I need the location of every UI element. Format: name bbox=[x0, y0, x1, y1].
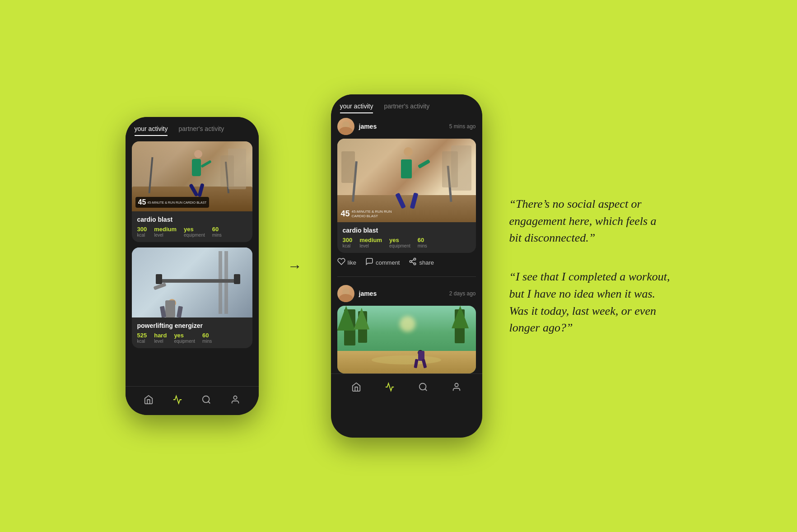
stat-kcal-value-right: 300 bbox=[343, 237, 353, 243]
stat-mins-label-right: mins bbox=[418, 243, 427, 248]
like-label: like bbox=[348, 259, 357, 266]
social-actions-post-1: like comment share bbox=[331, 253, 482, 273]
share-label: share bbox=[419, 259, 434, 266]
stat-equipment-right: yes equipment bbox=[389, 237, 410, 248]
comment-button[interactable]: comment bbox=[365, 257, 400, 267]
comment-label: comment bbox=[376, 259, 400, 266]
stat-equipment-value-right: yes bbox=[389, 237, 410, 243]
stat-level-label-right: level bbox=[359, 243, 382, 248]
phone-right-inner: your activity partner's activity james 5… bbox=[331, 94, 482, 438]
svg-point-8 bbox=[419, 383, 426, 390]
workout-card-cardio-left[interactable]: 45 45-MINUTE & RUN RUN CARDIO BLAST card… bbox=[132, 141, 252, 242]
nav-home-right[interactable] bbox=[351, 382, 361, 395]
post-1-username: james bbox=[359, 123, 377, 130]
content-row: your activity partner's activity bbox=[107, 76, 690, 456]
tab-your-activity-right[interactable]: your activity bbox=[340, 103, 373, 113]
stat-kcal-right: 300 kcal bbox=[343, 237, 353, 248]
tab-partner-activity-right[interactable]: partner's activity bbox=[384, 103, 429, 113]
card-stats-powerlifting-left: 525 kcal hard level yes equipment bbox=[137, 332, 247, 344]
tabs-left: your activity partner's activity bbox=[126, 117, 259, 136]
card-image-powerlifting-left bbox=[132, 247, 252, 317]
stat-kcal-pl-value-left: 525 bbox=[137, 332, 147, 339]
card-title-cardio-right: cardio blast bbox=[343, 227, 471, 234]
svg-line-7 bbox=[412, 260, 414, 261]
stat-mins-left: 60 mins bbox=[212, 226, 222, 238]
heart-icon bbox=[337, 257, 345, 267]
badge-num-right: 45 bbox=[341, 209, 350, 219]
svg-point-2 bbox=[233, 396, 237, 399]
nav-activity-right[interactable] bbox=[385, 382, 395, 395]
stat-level-value-right: medium bbox=[359, 237, 382, 243]
nav-home-left[interactable] bbox=[144, 395, 154, 407]
stat-equipment-value-left: yes bbox=[184, 226, 205, 233]
card-image-cardio-left: 45 45-MINUTE & RUN RUN CARDIO BLAST bbox=[132, 141, 252, 211]
stat-kcal-pl-left: 525 kcal bbox=[137, 332, 147, 344]
post-divider bbox=[337, 276, 476, 277]
post-1-avatar bbox=[337, 118, 354, 135]
svg-point-10 bbox=[455, 383, 458, 386]
workout-card-forest-right[interactable] bbox=[337, 306, 476, 373]
tabs-right: your activity partner's activity bbox=[331, 94, 482, 113]
badge-text-right: 45-MINUTE & RUN RUN CARDIO BLAST bbox=[352, 210, 406, 218]
stat-equipment-label-left: equipment bbox=[184, 233, 205, 238]
stat-level-right: medium level bbox=[359, 237, 382, 248]
nav-activity-left[interactable] bbox=[172, 395, 182, 407]
stat-equipment-pl-label-left: equipment bbox=[174, 339, 195, 344]
stat-level-left: medium level bbox=[154, 226, 177, 238]
svg-point-4 bbox=[410, 261, 412, 263]
card-info-powerlifting-left: powerlifting energizer 525 kcal hard lev… bbox=[132, 317, 252, 348]
nav-search-left[interactable] bbox=[201, 395, 211, 407]
stat-level-pl-value-left: hard bbox=[154, 332, 167, 339]
svg-line-1 bbox=[208, 401, 210, 403]
post-1-user-left: james bbox=[337, 118, 377, 135]
post-1-header: james 5 mins ago bbox=[337, 118, 476, 135]
post-2-avatar bbox=[337, 285, 354, 302]
nav-profile-right[interactable] bbox=[452, 382, 461, 395]
tab-your-activity-left[interactable]: your activity bbox=[135, 125, 168, 136]
badge-cardio-right: 45 45-MINUTE & RUN RUN CARDIO BLAST bbox=[341, 209, 406, 219]
stat-mins-pl-label-left: mins bbox=[202, 339, 212, 344]
arrow-icon: → bbox=[288, 258, 302, 275]
tab-partner-activity-left[interactable]: partner's activity bbox=[178, 125, 224, 136]
stat-kcal-label-right: kcal bbox=[343, 243, 353, 248]
svg-line-6 bbox=[412, 262, 414, 263]
quote-1-text: “There’s no social aspect or engagement … bbox=[509, 196, 672, 247]
stat-mins-value-right: 60 bbox=[418, 237, 427, 243]
stat-equipment-label-right: equipment bbox=[389, 243, 410, 248]
nav-profile-left[interactable] bbox=[230, 395, 240, 407]
stat-level-value-left: medium bbox=[154, 226, 177, 233]
stat-kcal-pl-label-left: kcal bbox=[137, 339, 147, 344]
workout-card-cardio-right[interactable]: 45 45-MINUTE & RUN RUN CARDIO BLAST card… bbox=[337, 139, 476, 253]
svg-point-0 bbox=[203, 396, 210, 402]
share-icon bbox=[409, 257, 417, 267]
post-2-timestamp: 2 days ago bbox=[449, 290, 476, 297]
phone-right: your activity partner's activity james 5… bbox=[331, 94, 482, 438]
post-2-header: james 2 days ago bbox=[337, 285, 476, 302]
stat-mins-pl-value-left: 60 bbox=[202, 332, 212, 339]
like-button[interactable]: like bbox=[337, 257, 357, 267]
comment-icon bbox=[365, 257, 373, 267]
stat-mins-label-left: mins bbox=[212, 233, 222, 238]
post-2-username: james bbox=[359, 290, 377, 297]
bottom-nav-left bbox=[126, 386, 259, 415]
badge-number-left: 45 bbox=[138, 198, 146, 206]
nav-search-right[interactable] bbox=[418, 382, 428, 395]
card-title-cardio-left: cardio blast bbox=[137, 216, 247, 223]
workout-card-powerlifting-left[interactable]: powerlifting energizer 525 kcal hard lev… bbox=[132, 247, 252, 348]
post-1: james 5 mins ago bbox=[331, 113, 482, 253]
share-button[interactable]: share bbox=[409, 257, 434, 267]
svg-point-5 bbox=[414, 263, 416, 265]
stat-mins-right: 60 mins bbox=[418, 237, 427, 248]
phone-left: your activity partner's activity bbox=[126, 117, 259, 415]
card-info-cardio-left: cardio blast 300 kcal medium level bbox=[132, 211, 252, 242]
post-2-user-left: james bbox=[337, 285, 377, 302]
card-title-powerlifting-left: powerlifting energizer bbox=[137, 322, 247, 329]
card-info-cardio-right: cardio blast 300 kcal medium level bbox=[337, 222, 476, 253]
stat-equipment-pl-left: yes equipment bbox=[174, 332, 195, 344]
card-image-forest-right bbox=[337, 306, 476, 373]
card-stats-cardio-left: 300 kcal medium level yes equipment bbox=[137, 226, 247, 238]
cards-scroll-left: 45 45-MINUTE & RUN RUN CARDIO BLAST card… bbox=[126, 136, 259, 386]
badge-text-left: 45-MINUTE & RUN RUN CARDIO BLAST bbox=[147, 201, 206, 204]
stat-kcal-label-left: kcal bbox=[137, 233, 147, 238]
stat-mins-value-left: 60 bbox=[212, 226, 222, 233]
